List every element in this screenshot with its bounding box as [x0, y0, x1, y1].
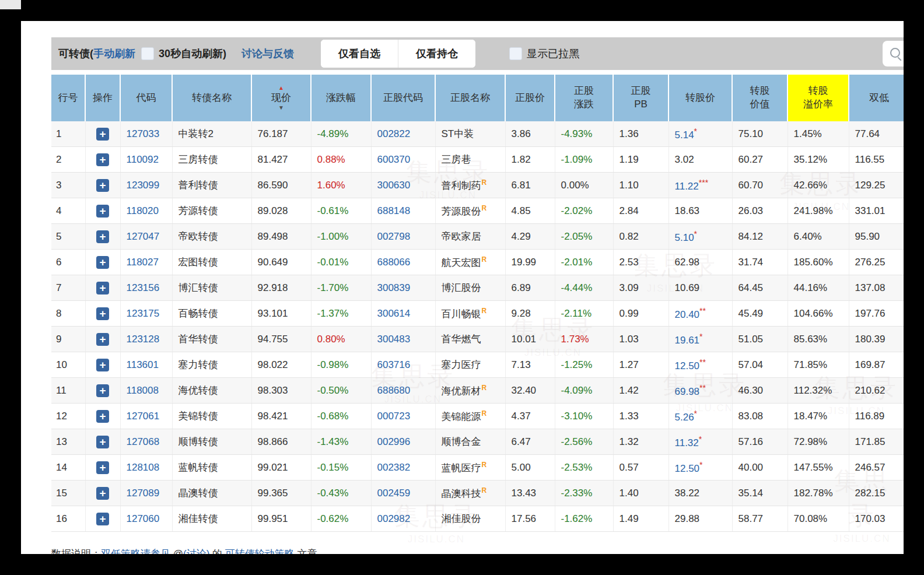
col-header-premium[interactable]: 转股 溢价率 [788, 75, 849, 121]
stock-code-link[interactable]: 002382 [377, 462, 411, 473]
col-header-scode[interactable]: 正股代码 [371, 75, 435, 121]
cell-cprice[interactable]: 5.10* [668, 224, 732, 250]
stock-code-link[interactable]: 002459 [377, 488, 411, 499]
note-link[interactable]: (讨论) [183, 548, 209, 554]
stock-code-link[interactable]: 300614 [377, 308, 411, 319]
add-to-watchlist-button[interactable]: + [85, 275, 120, 301]
bond-code-link[interactable]: 123099 [127, 180, 160, 191]
plus-icon[interactable]: + [96, 461, 109, 474]
feedback-link[interactable]: 讨论与反馈 [242, 47, 294, 61]
conversion-price[interactable]: 19.61 [675, 335, 700, 346]
stock-code-link[interactable]: 688066 [377, 257, 411, 268]
cell-cprice[interactable]: 12.50** [668, 352, 732, 378]
col-header-cvalue[interactable]: 转股 价值 [732, 75, 788, 121]
plus-icon[interactable]: + [96, 513, 109, 525]
cell-scode[interactable]: 002798 [371, 224, 435, 250]
cell-cprice[interactable]: 11.22*** [668, 173, 732, 198]
cell-code[interactable]: 127068 [120, 429, 172, 455]
note-link[interactable]: 双低策略请参见 [101, 548, 170, 554]
cell-scode[interactable]: 002459 [371, 481, 435, 506]
plus-icon[interactable]: + [96, 359, 109, 371]
add-to-watchlist-button[interactable]: + [85, 378, 120, 404]
col-header-dlow[interactable]: 双低 [849, 75, 904, 121]
plus-icon[interactable]: + [96, 282, 109, 294]
add-to-watchlist-button[interactable]: + [85, 429, 120, 455]
sort-desc-icon[interactable]: ▼ [278, 105, 284, 111]
add-to-watchlist-button[interactable]: + [85, 352, 120, 378]
stock-code-link[interactable]: 600370 [377, 154, 411, 165]
cell-code[interactable]: 118008 [120, 378, 172, 404]
note-link[interactable]: 可转债轮动策略 [225, 548, 295, 554]
plus-icon[interactable]: + [96, 230, 109, 243]
add-to-watchlist-button[interactable]: + [85, 147, 120, 173]
cell-cprice[interactable]: 20.40** [668, 301, 732, 327]
conversion-price[interactable]: 20.40 [675, 309, 700, 320]
stock-code-link[interactable]: 000723 [377, 411, 411, 422]
cell-scode[interactable]: 688066 [371, 250, 435, 275]
cell-cprice[interactable]: 19.61* [668, 327, 732, 352]
auto-refresh-checkbox[interactable] [141, 47, 154, 60]
cell-scode[interactable]: 688148 [371, 198, 435, 224]
conversion-price[interactable]: 12.50 [675, 360, 700, 371]
add-to-watchlist-button[interactable]: + [85, 250, 120, 275]
plus-icon[interactable]: + [96, 436, 109, 448]
stock-code-link[interactable]: 300483 [377, 334, 411, 345]
cell-code[interactable]: 128108 [120, 455, 172, 481]
bond-code-link[interactable]: 127061 [127, 411, 160, 422]
holdings-only-button[interactable]: 仅看持仓 [398, 40, 475, 68]
conversion-price[interactable]: 5.14 [675, 129, 694, 141]
bond-code-link[interactable]: 123175 [127, 308, 160, 319]
show-blacklisted-checkbox[interactable] [509, 47, 522, 60]
cell-code[interactable]: 127060 [120, 506, 172, 532]
bond-code-link[interactable]: 118027 [127, 257, 159, 268]
cell-code[interactable]: 127033 [120, 121, 172, 147]
bond-code-link[interactable]: 127068 [127, 436, 160, 447]
cell-cprice[interactable]: 12.50* [668, 455, 732, 481]
bond-code-link[interactable]: 123156 [127, 282, 160, 293]
cell-code[interactable]: 123099 [120, 173, 172, 198]
cell-scode[interactable]: 300483 [371, 327, 435, 352]
cell-code[interactable]: 123156 [120, 275, 172, 301]
col-header-code[interactable]: 代码 [120, 75, 172, 121]
sort-asc-icon[interactable]: ▲ [278, 85, 284, 91]
add-to-watchlist-button[interactable]: + [85, 455, 120, 481]
add-to-watchlist-button[interactable]: + [85, 404, 120, 429]
cell-scode[interactable]: 300839 [371, 275, 435, 301]
stock-code-link[interactable]: 300839 [377, 282, 411, 293]
conversion-price[interactable]: 11.22 [675, 181, 699, 192]
bond-code-link[interactable]: 127060 [127, 513, 160, 524]
cell-scode[interactable]: 002822 [371, 121, 435, 147]
stock-code-link[interactable]: 002996 [377, 436, 411, 447]
cell-cprice[interactable]: 11.32* [668, 429, 732, 455]
col-header-chg[interactable]: 涨跌幅 [311, 75, 371, 121]
cell-scode[interactable]: 688680 [371, 378, 435, 404]
cell-code[interactable]: 118027 [120, 250, 172, 275]
col-header-schg[interactable]: 正股 涨跌 [555, 75, 613, 121]
cell-scode[interactable]: 002382 [371, 455, 435, 481]
watchlist-only-button[interactable]: 仅看自选 [321, 40, 398, 68]
cell-cprice[interactable]: 5.14* [668, 121, 732, 147]
stock-code-link[interactable]: 002982 [377, 513, 411, 524]
add-to-watchlist-button[interactable]: + [85, 506, 120, 532]
add-to-watchlist-button[interactable]: + [85, 481, 120, 506]
cell-scode[interactable]: 300614 [371, 301, 435, 327]
cell-scode[interactable]: 603716 [371, 352, 435, 378]
add-to-watchlist-button[interactable]: + [85, 301, 120, 327]
add-to-watchlist-button[interactable]: + [85, 198, 120, 224]
plus-icon[interactable]: + [96, 128, 109, 141]
plus-icon[interactable]: + [96, 307, 109, 320]
stock-code-link[interactable]: 603716 [377, 359, 411, 370]
cell-code[interactable]: 127047 [120, 224, 172, 250]
plus-icon[interactable]: + [96, 487, 109, 500]
cell-cprice[interactable]: 5.26* [668, 404, 732, 429]
plus-icon[interactable]: + [96, 205, 109, 218]
conversion-price[interactable]: 69.98 [675, 386, 700, 397]
add-to-watchlist-button[interactable]: + [85, 121, 120, 147]
cell-scode[interactable]: 600370 [371, 147, 435, 173]
col-header-price[interactable]: ▲现价▼ [251, 75, 311, 121]
conversion-price[interactable]: 11.32 [675, 437, 699, 448]
bond-code-link[interactable]: 118020 [127, 205, 159, 216]
stock-code-link[interactable]: 300630 [377, 180, 411, 191]
search-box[interactable] [883, 41, 904, 66]
col-header-sprice[interactable]: 正股价 [505, 75, 555, 121]
